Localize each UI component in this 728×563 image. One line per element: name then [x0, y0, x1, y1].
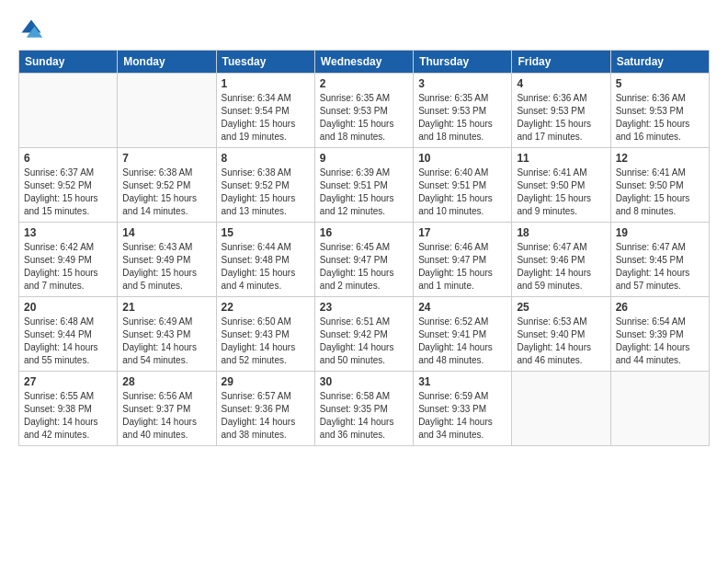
header: [18, 17, 710, 42]
day-number: 2: [320, 77, 408, 90]
day-number: 7: [122, 152, 210, 165]
day-number: 29: [222, 375, 310, 388]
cell-content: Sunrise: 6:57 AMSunset: 9:36 PMDaylight:…: [222, 390, 310, 442]
cell-content: Sunrise: 6:44 AMSunset: 9:48 PMDaylight:…: [222, 241, 310, 293]
logo: [18, 17, 48, 42]
calendar-cell: [19, 74, 118, 148]
day-number: 20: [24, 301, 112, 314]
day-number: 1: [222, 77, 310, 90]
calendar-cell: 3Sunrise: 6:35 AMSunset: 9:53 PMDaylight…: [414, 74, 512, 148]
day-number: 31: [418, 375, 506, 388]
calendar-cell: 14Sunrise: 6:43 AMSunset: 9:49 PMDayligh…: [118, 223, 216, 297]
cell-content: Sunrise: 6:59 AMSunset: 9:33 PMDaylight:…: [418, 390, 506, 442]
page: SundayMondayTuesdayWednesdayThursdayFrid…: [0, 0, 728, 563]
weekday-header-tuesday: Tuesday: [216, 51, 314, 74]
cell-content: Sunrise: 6:46 AMSunset: 9:47 PMDaylight:…: [418, 241, 506, 293]
day-number: 28: [122, 375, 210, 388]
day-number: 13: [24, 226, 112, 239]
calendar-cell: 28Sunrise: 6:56 AMSunset: 9:37 PMDayligh…: [118, 372, 216, 446]
calendar-week-3: 13Sunrise: 6:42 AMSunset: 9:49 PMDayligh…: [19, 223, 710, 297]
calendar-cell: 13Sunrise: 6:42 AMSunset: 9:49 PMDayligh…: [19, 223, 118, 297]
calendar-cell: [118, 74, 216, 148]
calendar-cell: 6Sunrise: 6:37 AMSunset: 9:52 PMDaylight…: [19, 148, 118, 223]
cell-content: Sunrise: 6:48 AMSunset: 9:44 PMDaylight:…: [24, 316, 112, 367]
calendar-cell: 9Sunrise: 6:39 AMSunset: 9:51 PMDaylight…: [314, 148, 413, 223]
weekday-header-friday: Friday: [512, 51, 610, 74]
calendar-cell: 24Sunrise: 6:52 AMSunset: 9:41 PMDayligh…: [414, 297, 512, 372]
calendar-cell: 29Sunrise: 6:57 AMSunset: 9:36 PMDayligh…: [216, 372, 314, 446]
cell-content: Sunrise: 6:36 AMSunset: 9:53 PMDaylight:…: [517, 92, 605, 144]
day-number: 18: [517, 226, 605, 239]
weekday-header-monday: Monday: [118, 51, 216, 74]
calendar-cell: 12Sunrise: 6:41 AMSunset: 9:50 PMDayligh…: [610, 148, 709, 223]
cell-content: Sunrise: 6:47 AMSunset: 9:46 PMDaylight:…: [517, 241, 605, 293]
cell-content: Sunrise: 6:53 AMSunset: 9:40 PMDaylight:…: [517, 316, 605, 367]
calendar-cell: 1Sunrise: 6:34 AMSunset: 9:54 PMDaylight…: [216, 74, 314, 148]
cell-content: Sunrise: 6:35 AMSunset: 9:53 PMDaylight:…: [320, 92, 408, 144]
calendar-week-5: 27Sunrise: 6:55 AMSunset: 9:38 PMDayligh…: [19, 372, 710, 446]
cell-content: Sunrise: 6:34 AMSunset: 9:54 PMDaylight:…: [222, 92, 310, 144]
cell-content: Sunrise: 6:54 AMSunset: 9:39 PMDaylight:…: [616, 316, 704, 367]
day-number: 14: [122, 226, 210, 239]
cell-content: Sunrise: 6:35 AMSunset: 9:53 PMDaylight:…: [418, 92, 506, 144]
day-number: 23: [320, 301, 408, 314]
day-number: 9: [320, 152, 408, 165]
calendar-cell: 15Sunrise: 6:44 AMSunset: 9:48 PMDayligh…: [216, 223, 314, 297]
calendar-cell: 17Sunrise: 6:46 AMSunset: 9:47 PMDayligh…: [414, 223, 512, 297]
cell-content: Sunrise: 6:37 AMSunset: 9:52 PMDaylight:…: [24, 167, 112, 218]
calendar-cell: 5Sunrise: 6:36 AMSunset: 9:53 PMDaylight…: [610, 74, 709, 148]
calendar-cell: [512, 372, 610, 446]
cell-content: Sunrise: 6:41 AMSunset: 9:50 PMDaylight:…: [517, 167, 605, 218]
calendar-cell: 23Sunrise: 6:51 AMSunset: 9:42 PMDayligh…: [314, 297, 413, 372]
calendar-cell: 30Sunrise: 6:58 AMSunset: 9:35 PMDayligh…: [314, 372, 413, 446]
weekday-header-sunday: Sunday: [19, 51, 118, 74]
day-number: 30: [320, 375, 408, 388]
day-number: 11: [517, 152, 605, 165]
day-number: 5: [616, 77, 704, 90]
weekday-header-wednesday: Wednesday: [314, 51, 413, 74]
cell-content: Sunrise: 6:45 AMSunset: 9:47 PMDaylight:…: [320, 241, 408, 293]
weekday-header-row: SundayMondayTuesdayWednesdayThursdayFrid…: [19, 51, 710, 74]
day-number: 6: [24, 152, 112, 165]
day-number: 12: [616, 152, 704, 165]
calendar-cell: 10Sunrise: 6:40 AMSunset: 9:51 PMDayligh…: [414, 148, 512, 223]
day-number: 17: [418, 226, 506, 239]
cell-content: Sunrise: 6:39 AMSunset: 9:51 PMDaylight:…: [320, 167, 408, 218]
day-number: 10: [418, 152, 506, 165]
day-number: 3: [418, 77, 506, 90]
calendar-cell: 16Sunrise: 6:45 AMSunset: 9:47 PMDayligh…: [314, 223, 413, 297]
cell-content: Sunrise: 6:49 AMSunset: 9:43 PMDaylight:…: [122, 316, 210, 367]
calendar-cell: 26Sunrise: 6:54 AMSunset: 9:39 PMDayligh…: [610, 297, 709, 372]
day-number: 25: [517, 301, 605, 314]
cell-content: Sunrise: 6:42 AMSunset: 9:49 PMDaylight:…: [24, 241, 112, 293]
calendar-cell: 11Sunrise: 6:41 AMSunset: 9:50 PMDayligh…: [512, 148, 610, 223]
calendar-cell: 31Sunrise: 6:59 AMSunset: 9:33 PMDayligh…: [414, 372, 512, 446]
calendar-week-4: 20Sunrise: 6:48 AMSunset: 9:44 PMDayligh…: [19, 297, 710, 372]
day-number: 27: [24, 375, 112, 388]
calendar-cell: [610, 372, 709, 446]
day-number: 26: [616, 301, 704, 314]
day-number: 21: [122, 301, 210, 314]
day-number: 24: [418, 301, 506, 314]
cell-content: Sunrise: 6:36 AMSunset: 9:53 PMDaylight:…: [616, 92, 704, 144]
day-number: 8: [222, 152, 310, 165]
calendar-cell: 19Sunrise: 6:47 AMSunset: 9:45 PMDayligh…: [610, 223, 709, 297]
calendar-cell: 27Sunrise: 6:55 AMSunset: 9:38 PMDayligh…: [19, 372, 118, 446]
cell-content: Sunrise: 6:55 AMSunset: 9:38 PMDaylight:…: [24, 390, 112, 442]
weekday-header-saturday: Saturday: [610, 51, 709, 74]
cell-content: Sunrise: 6:40 AMSunset: 9:51 PMDaylight:…: [418, 167, 506, 218]
calendar-cell: 20Sunrise: 6:48 AMSunset: 9:44 PMDayligh…: [19, 297, 118, 372]
day-number: 15: [222, 226, 310, 239]
calendar-table: SundayMondayTuesdayWednesdayThursdayFrid…: [18, 50, 710, 446]
calendar-cell: 7Sunrise: 6:38 AMSunset: 9:52 PMDaylight…: [118, 148, 216, 223]
day-number: 4: [517, 77, 605, 90]
cell-content: Sunrise: 6:41 AMSunset: 9:50 PMDaylight:…: [616, 167, 704, 218]
calendar-cell: 25Sunrise: 6:53 AMSunset: 9:40 PMDayligh…: [512, 297, 610, 372]
calendar-cell: 21Sunrise: 6:49 AMSunset: 9:43 PMDayligh…: [118, 297, 216, 372]
cell-content: Sunrise: 6:56 AMSunset: 9:37 PMDaylight:…: [122, 390, 210, 442]
calendar-week-1: 1Sunrise: 6:34 AMSunset: 9:54 PMDaylight…: [19, 74, 710, 148]
cell-content: Sunrise: 6:51 AMSunset: 9:42 PMDaylight:…: [320, 316, 408, 367]
cell-content: Sunrise: 6:52 AMSunset: 9:41 PMDaylight:…: [418, 316, 506, 367]
cell-content: Sunrise: 6:58 AMSunset: 9:35 PMDaylight:…: [320, 390, 408, 442]
logo-icon: [18, 17, 44, 42]
